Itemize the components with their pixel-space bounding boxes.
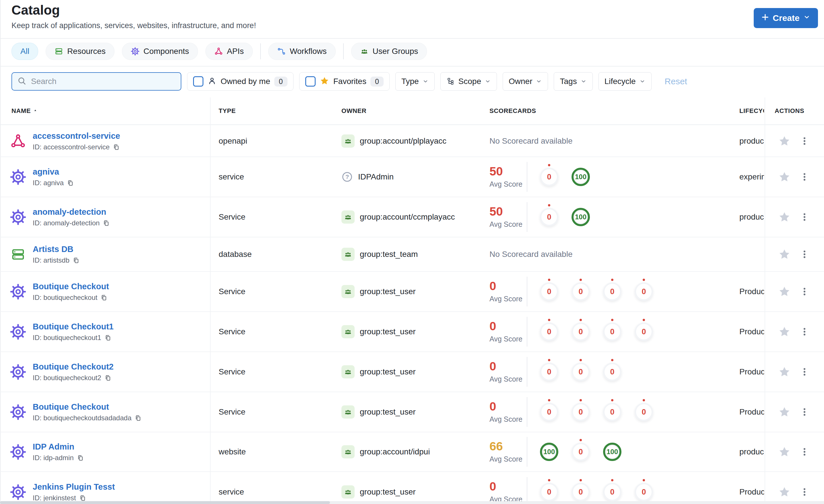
entity-name-link[interactable]: Jenkins Plugin Tesst: [33, 482, 115, 491]
favorites-filter[interactable]: Favorites 0: [299, 72, 390, 91]
api-icon: [10, 133, 26, 149]
filter-dropdown-scope[interactable]: Scope: [440, 72, 497, 91]
entity-tab-all[interactable]: All: [11, 43, 38, 60]
entity-owner: group:test_user: [341, 485, 416, 499]
owned-by-me-filter[interactable]: Owned by me 0: [187, 72, 294, 91]
favorite-star-icon[interactable]: [778, 170, 791, 183]
favorite-star-icon[interactable]: [778, 446, 791, 458]
entity-tab-user-groups[interactable]: User Groups: [351, 43, 427, 60]
scorecard-circles: 1000100: [540, 443, 621, 461]
copy-icon[interactable]: [67, 179, 74, 186]
favorite-star-icon[interactable]: [778, 366, 791, 378]
copy-icon[interactable]: [77, 454, 84, 462]
entity-tab-workflows[interactable]: Workflows: [268, 43, 336, 60]
group-icon: [341, 134, 354, 148]
entity-name-link[interactable]: agniva: [33, 167, 59, 176]
favorite-star-icon[interactable]: [778, 285, 791, 298]
entity-tab-resources[interactable]: Resources: [45, 43, 114, 60]
entity-name-link[interactable]: anomaly-detection: [33, 207, 106, 217]
kebab-menu-icon[interactable]: [799, 286, 810, 297]
owned-by-me-checkbox[interactable]: [193, 76, 203, 87]
favorite-star-icon[interactable]: [778, 211, 791, 223]
group-icon: [341, 485, 354, 499]
entity-lifecycle: Produc: [739, 487, 764, 497]
owned-by-me-count: 0: [274, 77, 288, 87]
entity-name-link[interactable]: Boutique Checkout2: [33, 362, 114, 371]
favorite-star-icon[interactable]: [778, 248, 791, 261]
scorecard-score-badge: 0: [572, 282, 590, 301]
column-header-name[interactable]: NAME: [11, 107, 37, 115]
entity-name-link[interactable]: Boutique Checkout: [33, 402, 109, 411]
group-icon: [341, 285, 354, 298]
group-icon: [341, 211, 354, 224]
filter-bar: Owned by me 0 Favorites 0 Type ScopeOwne…: [11, 72, 687, 91]
create-button[interactable]: Create: [754, 8, 818, 28]
entity-name-link[interactable]: Artists DB: [33, 245, 74, 254]
entity-name-link[interactable]: accesscontrol-service: [33, 131, 120, 140]
horizontal-scrollbar[interactable]: [0, 501, 824, 504]
filter-dropdown-lifecycle[interactable]: Lifecycle: [599, 72, 651, 91]
horizontal-scrollbar-thumb[interactable]: [0, 501, 330, 504]
entity-lifecycle: Produc: [739, 287, 764, 296]
entity-name-link[interactable]: Boutique Checkout1: [33, 322, 114, 331]
scorecard-divider: [527, 202, 527, 232]
kebab-menu-icon[interactable]: [799, 136, 810, 146]
search-input[interactable]: [30, 77, 176, 86]
favorite-star-icon[interactable]: [778, 486, 791, 498]
entity-tab-components[interactable]: Components: [122, 43, 198, 60]
scorecard-score-badge: 0: [635, 323, 653, 341]
filter-dropdown-tags[interactable]: Tags: [554, 72, 593, 91]
reset-filters-button[interactable]: Reset: [665, 77, 687, 86]
kebab-menu-icon[interactable]: [799, 447, 810, 457]
favorites-checkbox[interactable]: [305, 76, 316, 87]
kebab-menu-icon[interactable]: [799, 487, 810, 497]
chevron-down-icon: [639, 78, 645, 85]
tab-group-divider: [260, 43, 261, 59]
kebab-menu-icon[interactable]: [799, 212, 810, 222]
kebab-menu-icon[interactable]: [799, 407, 810, 417]
copy-icon[interactable]: [79, 494, 87, 502]
entity-owner: group:test_user: [341, 325, 416, 338]
gear-icon: [10, 324, 26, 340]
scorecard-circles: 0000: [540, 323, 653, 341]
copy-icon[interactable]: [104, 334, 112, 342]
copy-icon[interactable]: [112, 143, 120, 151]
entity-tab-apis[interactable]: APIs: [205, 43, 253, 60]
avg-score-value: 0: [490, 400, 527, 412]
copy-icon[interactable]: [134, 414, 142, 422]
catalog-table-body: accesscontrol-service ID: accesscontrol-…: [0, 126, 824, 504]
entity-name-link[interactable]: IDP Admin: [33, 442, 74, 451]
scorecard-circles: 0000: [540, 282, 653, 301]
favorite-star-icon[interactable]: [778, 135, 791, 147]
kebab-menu-icon[interactable]: [799, 172, 810, 182]
favorite-star-icon[interactable]: [778, 326, 791, 338]
progress-dot: [548, 359, 550, 361]
favorite-star-icon[interactable]: [778, 406, 791, 418]
entity-owner: group:account/plplayacc: [341, 134, 446, 148]
entity-id-text: ID: accesscontrol-service: [33, 143, 110, 151]
row-actions: [778, 406, 810, 418]
filter-dropdown-type[interactable]: Type: [395, 72, 435, 91]
kebab-menu-icon[interactable]: [799, 367, 810, 377]
kebab-menu-icon[interactable]: [799, 327, 810, 337]
table-header: NAME TYPE OWNER SCORECARDS LIFECYCLE ACT…: [0, 98, 824, 125]
entity-lifecycle: Produc: [739, 367, 764, 376]
filter-dropdown-owner[interactable]: Owner: [503, 72, 548, 91]
copy-icon[interactable]: [72, 256, 80, 264]
entity-id: ID: jenkinstest: [33, 494, 115, 502]
copy-icon[interactable]: [100, 293, 108, 301]
search-box[interactable]: [11, 72, 181, 91]
scorecards-cell: 0 Avg Score 0000: [490, 477, 653, 504]
kebab-menu-icon[interactable]: [799, 249, 810, 259]
entity-name-link[interactable]: Boutique Checkout: [33, 282, 109, 291]
progress-dot: [548, 279, 550, 281]
column-header-actions: ACTIONS: [775, 107, 804, 115]
entity-owner: group:account/ccmplayacc: [341, 211, 455, 224]
progress-dot: [548, 319, 550, 321]
scorecard-divider: [527, 397, 527, 427]
copy-icon[interactable]: [104, 374, 112, 382]
copy-icon[interactable]: [102, 219, 110, 227]
entity-owner: group:test_team: [341, 248, 418, 261]
column-header-lifecycle: LIFECYCLE: [739, 107, 764, 115]
entity-owner: group:test_user: [341, 365, 416, 378]
